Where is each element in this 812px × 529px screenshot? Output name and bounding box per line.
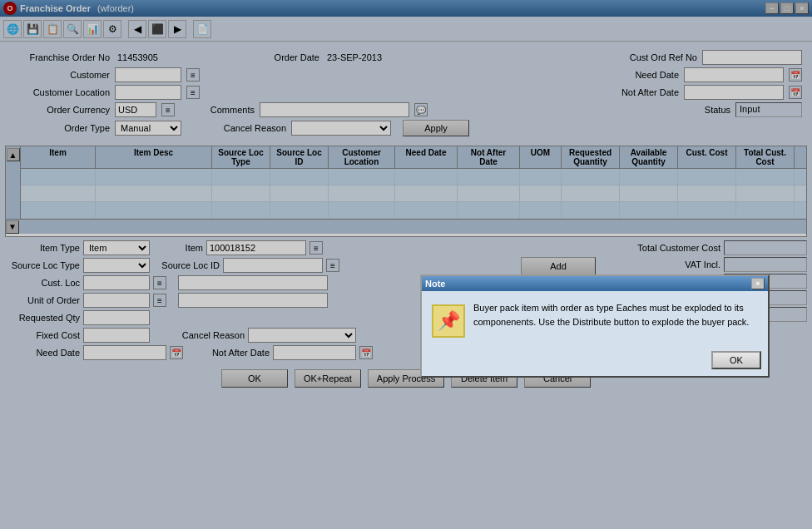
- modal-icon: 📌: [432, 304, 465, 338]
- modal-title-bar: Note ×: [422, 276, 768, 291]
- modal-ok-button[interactable]: OK: [711, 351, 761, 369]
- modal-footer: OK: [422, 348, 768, 376]
- note-dialog: Note × 📌 Buyer pack item with order as t…: [420, 274, 770, 378]
- modal-title: Note: [425, 279, 445, 289]
- modal-message: Buyer pack item with order as type Eache…: [473, 301, 758, 329]
- modal-close-button[interactable]: ×: [751, 278, 765, 289]
- modal-body: 📌 Buyer pack item with order as type Eac…: [422, 291, 768, 348]
- modal-overlay: Note × 📌 Buyer pack item with order as t…: [0, 0, 812, 529]
